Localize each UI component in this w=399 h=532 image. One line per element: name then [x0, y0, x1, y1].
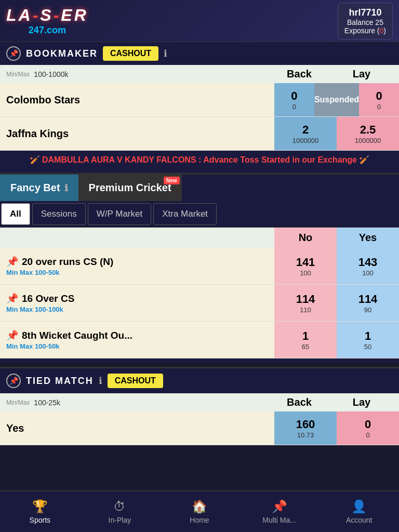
multima-icon: 📌: [272, 499, 287, 514]
back-header: Back: [268, 68, 330, 80]
inplay-label: In-Play: [109, 516, 131, 524]
pin-icon: 📌: [6, 46, 21, 61]
fancy-yes-odds-3[interactable]: 1 50: [337, 322, 399, 358]
no-odds-main-2: 114: [296, 292, 315, 306]
tied-yes-back-sub: 10.73: [297, 431, 314, 439]
tied-match-header: 📌 TIED MATCH ℹ CASHOUT: [0, 367, 399, 393]
tied-pin-icon: 📌: [6, 374, 21, 388]
yes-odds-sub-3: 50: [364, 343, 371, 351]
section-gap-2: [0, 358, 399, 363]
filter-row: All Sessions W/P Market Xtra Market: [0, 201, 399, 228]
minmax-label: Min/Max: [6, 71, 30, 78]
fancy-market-title: 📌 8th Wicket Caught Ou...: [6, 329, 268, 341]
bookmaker-label: BOOKMAKER: [26, 48, 98, 59]
filter-all[interactable]: All: [1, 203, 30, 225]
fancy-bet-label: Fancy Bet: [10, 182, 60, 194]
fancy-pin-icon: 📌: [6, 329, 19, 341]
fancy-no-odds-2[interactable]: 114 110: [274, 285, 337, 321]
fancy-market-title: 📌 16 Over CS: [6, 292, 268, 304]
jaffna-lay-sub: 1000000: [355, 137, 381, 144]
exposure-close: ): [383, 26, 386, 35]
tied-match-label: TIED MATCH: [26, 376, 94, 387]
no-odds-sub-2: 110: [300, 306, 311, 314]
yes-odds-main-3: 1: [365, 329, 371, 343]
tied-minmax-row: Min/Max 100-25k Back Lay: [0, 393, 399, 411]
bookmaker-minmax-row: Min/Max 100-1000k Back Lay: [0, 65, 399, 83]
yes-column-header: Yes: [337, 228, 399, 248]
lay-header: Lay: [330, 68, 393, 80]
jaffna-back-odds: 2: [302, 123, 309, 137]
sports-icon: 🏆: [32, 499, 48, 514]
fancy-bet-header: Fancy Bet ℹ Premium Cricket New: [0, 173, 399, 201]
no-odds-sub-1: 100: [300, 269, 311, 277]
tied-minmax-label: Min/Max: [6, 399, 30, 406]
account-info: hrl7710 Balance 25 Exposure (0): [338, 3, 393, 39]
yes-odds-sub-1: 100: [362, 269, 374, 277]
filter-sessions[interactable]: Sessions: [32, 203, 86, 225]
colombo-lay-sub: 0: [377, 103, 381, 111]
fancy-no-odds-3[interactable]: 1 65: [274, 322, 337, 358]
tied-yes-back-cell[interactable]: 160 10.73: [274, 411, 337, 445]
fancy-market-name-area: 📌 8th Wicket Caught Ou... Min Max 100-50…: [0, 325, 274, 354]
table-row: 📌 20 over runs CS (N) Min Max 100-50k 14…: [0, 248, 399, 285]
tied-info-icon[interactable]: ℹ: [99, 375, 102, 387]
account-label: Account: [346, 516, 373, 524]
filter-xtra-market[interactable]: Xtra Market: [153, 203, 217, 225]
inplay-icon: ⏱: [113, 499, 126, 514]
tied-yes-back-odds: 160: [296, 418, 315, 431]
suspended-text: Suspended: [314, 95, 359, 104]
jaffna-back-cell[interactable]: 2 1000000: [274, 117, 337, 150]
premium-cricket-tab[interactable]: Premium Cricket New: [78, 175, 182, 201]
nav-account[interactable]: 👤 Account: [319, 491, 399, 532]
tied-yes-label: Yes: [0, 418, 274, 438]
fancy-pin-icon: 📌: [6, 292, 19, 304]
fancy-minmax: Min Max 100-50k: [6, 269, 268, 276]
fancy-market-label: 8th Wicket Caught Ou...: [22, 330, 132, 341]
logo-url: 247.com: [29, 25, 66, 36]
nav-multima[interactable]: 📌 Multi Ma...: [240, 491, 320, 532]
fancy-market-name-area: 📌 20 over runs CS (N) Min Max 100-50k: [0, 251, 274, 281]
tied-cashout-button[interactable]: CASHOUT: [108, 374, 163, 388]
fancy-yes-odds-2[interactable]: 114 90: [337, 285, 399, 321]
no-column-header: No: [274, 228, 337, 248]
colombo-back-sub: 0: [292, 103, 296, 111]
tied-lay-header: Lay: [330, 396, 393, 408]
nav-home[interactable]: 🏠 Home: [159, 491, 240, 532]
yes-odds-sub-2: 90: [364, 306, 371, 314]
fancy-bet-tab[interactable]: Fancy Bet ℹ: [0, 175, 78, 201]
sports-label: Sports: [30, 516, 50, 524]
fancy-no-odds-1[interactable]: 141 100: [274, 248, 337, 284]
exposure-label: Exposure (: [344, 26, 380, 35]
tied-minmax-value: 100-25k: [34, 398, 60, 407]
table-row: Yes 160 10.73 0 0: [0, 411, 399, 445]
table-row: 📌 16 Over CS Min Max 100-100k 114 110 11…: [0, 285, 399, 322]
home-icon: 🏠: [192, 499, 207, 514]
new-badge: New: [164, 177, 180, 184]
nav-sports[interactable]: 🏆 Sports: [0, 491, 80, 532]
tied-yes-lay-sub: 0: [366, 431, 369, 439]
tied-yes-lay-odds: 0: [365, 418, 371, 431]
fancy-yes-odds-1[interactable]: 143 100: [337, 248, 399, 284]
nav-inplay[interactable]: ⏱ In-Play: [80, 491, 160, 532]
colombo-lay-cell[interactable]: 0 0: [359, 83, 399, 116]
fancy-info-icon[interactable]: ℹ: [64, 182, 68, 194]
info-icon[interactable]: ℹ: [164, 48, 167, 59]
fancy-name-spacer: [0, 234, 274, 242]
balance-text: Balance 25: [344, 18, 386, 26]
jaffna-lay-cell[interactable]: 2.5 1000000: [337, 117, 399, 150]
team-name-colombo: Colombo Stars: [0, 90, 274, 110]
colombo-back-odds: 0: [291, 89, 297, 103]
team-name-jaffna: Jaffna Kings: [0, 124, 274, 144]
no-odds-sub-3: 65: [302, 343, 309, 351]
account-icon: 👤: [351, 499, 367, 514]
colombo-back-cell[interactable]: 0 0: [274, 83, 314, 116]
fancy-pin-icon: 📌: [6, 256, 19, 268]
no-odds-main-1: 141: [296, 256, 315, 269]
fancy-minmax: Min Max 100-100k: [6, 305, 268, 313]
tied-yes-lay-cell[interactable]: 0 0: [337, 411, 399, 445]
suspended-wrapper: 0 0 Suspended 0 0: [274, 83, 399, 116]
cashout-button[interactable]: CASHOUT: [103, 46, 158, 61]
filter-wp-market[interactable]: W/P Market: [88, 203, 151, 225]
table-row: 📌 8th Wicket Caught Ou... Min Max 100-50…: [0, 322, 399, 358]
bookmaker-header: 📌 BOOKMAKER CASHOUT ℹ: [0, 42, 399, 65]
